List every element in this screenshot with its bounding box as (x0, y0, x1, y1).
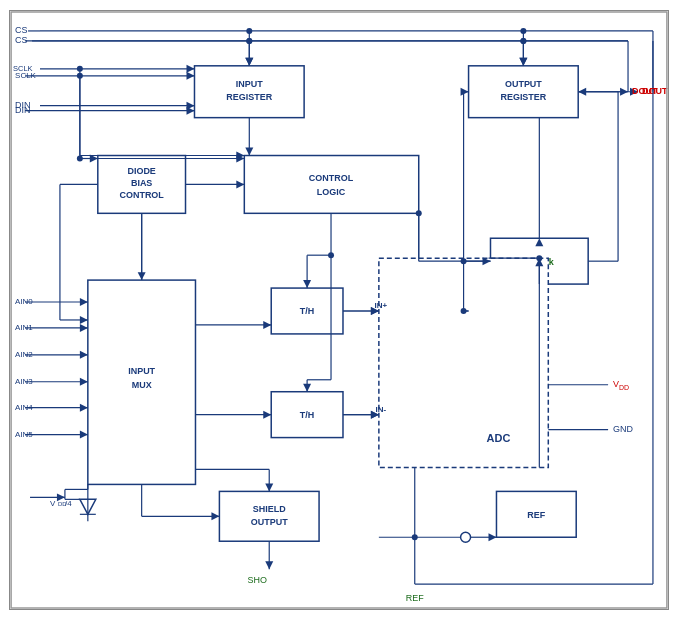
output-register-label2: REGISTER (500, 92, 546, 102)
svg-marker-43 (263, 410, 271, 418)
svg-marker-23 (245, 147, 253, 155)
ain0-label: AIN0 (15, 297, 33, 306)
svg-marker-9 (187, 71, 195, 79)
svg-marker-77 (80, 403, 88, 411)
dout-pin: DOUT (632, 86, 658, 96)
svg-point-39 (328, 252, 334, 258)
svg-marker-128 (236, 180, 244, 188)
shield-output-label: SHIELD (253, 503, 286, 513)
sho-label: SHO (248, 575, 267, 585)
svg-marker-73 (80, 350, 88, 358)
input-register-label2: REGISTER (226, 92, 272, 102)
svg-marker-90 (265, 561, 273, 569)
diode-bias-label: DIODE (127, 165, 155, 175)
in-minus-label: IN- (376, 404, 387, 413)
svg-point-124 (77, 155, 83, 161)
diode-bias-label2: BIAS (131, 177, 152, 187)
svg-point-130 (416, 210, 422, 216)
svg-marker-114 (519, 57, 527, 65)
svg-marker-41 (263, 320, 271, 328)
svg-marker-126 (187, 101, 195, 109)
th1-label: T/H (300, 306, 314, 316)
svg-point-66 (461, 258, 467, 264)
in-plus-label: IN+ (375, 301, 388, 310)
svg-marker-112 (245, 57, 253, 65)
shield-output-label2: OUTPUT (251, 516, 288, 526)
cs-top-label: CS (15, 25, 27, 35)
vdd4-label3: /4 (65, 499, 72, 508)
control-logic-box (244, 155, 418, 213)
svg-point-91 (461, 532, 471, 542)
svg-marker-71 (80, 323, 88, 331)
svg-marker-94 (489, 533, 497, 541)
ain5-label: AIN5 (15, 429, 33, 438)
adc-label: ADC (487, 432, 511, 444)
control-logic-label: CONTROL (309, 172, 354, 182)
ref-bottom-label: REF (406, 593, 424, 603)
svg-marker-38 (303, 383, 311, 391)
vdd4-label: V (50, 499, 56, 508)
ain3-label: AIN3 (15, 376, 33, 385)
svg-marker-30 (80, 315, 88, 323)
ain4-label: AIN4 (15, 402, 33, 411)
cs-label: CS (15, 35, 27, 45)
ref-label: REF (527, 509, 545, 519)
control-logic-label2: LOGIC (317, 186, 346, 196)
svg-marker-75 (80, 377, 88, 385)
din-pin: DIN (15, 100, 30, 110)
svg-marker-79 (80, 430, 88, 438)
svg-marker-117 (187, 64, 195, 72)
output-register-label: OUTPUT (505, 79, 542, 89)
vdd-right-label: VDD (613, 379, 629, 391)
diode-bias-label3: CONTROL (119, 189, 164, 199)
svg-marker-104 (211, 512, 219, 520)
svg-marker-101 (265, 483, 273, 491)
diagram-container: INPUT REGISTER OUTPUT REGISTER DIODE BIA… (9, 10, 669, 610)
gnd-right-label: GND (613, 423, 633, 433)
sclk-pin: SCLK (13, 63, 33, 72)
svg-marker-133 (620, 87, 628, 95)
input-mux-label: INPUT (128, 366, 155, 376)
input-register-label: INPUT (236, 79, 263, 89)
svg-marker-34 (303, 280, 311, 288)
th2-label: T/H (300, 410, 314, 420)
svg-marker-69 (80, 298, 88, 306)
svg-marker-51 (461, 87, 469, 95)
input-mux-label2: MUX (132, 380, 152, 390)
svg-point-98 (412, 534, 418, 540)
ain1-label: AIN1 (15, 323, 33, 332)
ain2-label: AIN2 (15, 349, 33, 358)
